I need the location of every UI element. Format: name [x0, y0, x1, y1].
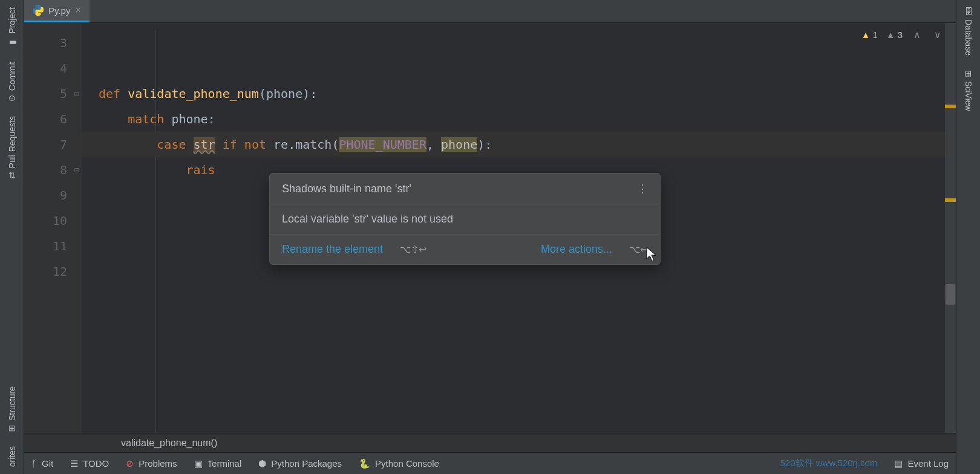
bottom-item-problems[interactable]: ⊘ Problems: [126, 458, 177, 469]
sidebar-label-sciview: SciView: [964, 81, 973, 111]
watermark-text: 520软件 www.520rj.com: [780, 458, 878, 469]
problems-icon: ⊘: [126, 458, 134, 469]
sidebar-item-structure[interactable]: ⊞ Structure: [7, 379, 17, 439]
code-line: def validate_phone_num(phone):: [82, 81, 956, 106]
code-line: [82, 56, 956, 81]
ide-root: ▮ Project ⊙ Commit ⇅ Pull Requests ⊞ Str…: [0, 0, 980, 474]
breadcrumb-bar: validate_phone_num(): [24, 433, 956, 452]
popup-actions: Rename the element ⌥⇧↩ More actions... ⌥…: [270, 234, 660, 264]
fold-icon[interactable]: ⊟: [74, 157, 79, 183]
bottom-item-event-log[interactable]: ▤ Event Log: [894, 458, 949, 469]
pull-request-icon: ⇅: [8, 170, 16, 180]
sidebar-item-sciview[interactable]: ⊞ SciView: [964, 63, 973, 118]
line-number: 10: [24, 208, 82, 233]
main-editor-area: Py.py × 3 4 5⊟ 6 7 8⊟ 9 10 11 12 def: [24, 0, 956, 474]
inspection-next-icon[interactable]: ∨: [932, 29, 944, 41]
python-file-icon: [33, 5, 44, 16]
sidebar-label-structure: Structure: [7, 386, 17, 421]
sidebar-item-pull-requests[interactable]: ⇅ Pull Requests: [7, 109, 17, 186]
database-icon: 🗄: [964, 7, 973, 16]
bottom-label: Python Packages: [271, 458, 342, 469]
right-tool-sidebar: 🗄 Database ⊞ SciView: [956, 0, 980, 474]
sidebar-item-commit[interactable]: ⊙ Commit: [7, 54, 17, 109]
bottom-item-terminal[interactable]: ▣ Terminal: [194, 458, 242, 469]
line-number: 6: [24, 106, 82, 132]
bottom-label: TODO: [83, 458, 109, 469]
python-console-icon: 🐍: [359, 458, 370, 469]
line-number: 7: [24, 132, 82, 157]
packages-icon: ⬢: [258, 458, 266, 469]
weak-warning-icon: ▲: [886, 30, 895, 40]
bottom-item-todo[interactable]: ☰ TODO: [70, 458, 109, 469]
git-branch-icon: ᚶ: [31, 458, 37, 469]
shortcut-hint: ⌥↩: [629, 244, 648, 255]
code-line: [82, 30, 956, 56]
line-number: 5⊟: [24, 81, 82, 106]
tab-filename: Py.py: [48, 5, 70, 16]
commit-icon: ⊙: [8, 93, 16, 103]
bottom-label: Python Console: [375, 458, 439, 469]
bottom-label: Git: [42, 458, 53, 469]
sidebar-item-database[interactable]: 🗄 Database: [964, 0, 973, 63]
bottom-label: Problems: [139, 458, 177, 469]
event-log-icon: ▤: [894, 458, 903, 469]
line-number: 9: [24, 183, 82, 208]
popup-message-row: Shadows built-in name 'str' ⋮: [270, 174, 660, 204]
warning-count[interactable]: ▲ 1: [861, 30, 878, 40]
structure-icon: ⊞: [8, 423, 16, 433]
line-number: 12: [24, 259, 82, 284]
popup-message: Shadows built-in name 'str': [282, 183, 411, 195]
scroll-marker-warning[interactable]: [945, 105, 956, 108]
sidebar-label-database: Database: [964, 19, 973, 56]
bottom-item-git[interactable]: ᚶ Git: [31, 458, 53, 469]
inspection-widget[interactable]: ▲ 1 ▲ 3 ∧ ∨: [861, 29, 944, 41]
bottom-item-packages[interactable]: ⬢ Python Packages: [258, 458, 342, 469]
scroll-marker-warning[interactable]: [945, 198, 956, 202]
sidebar-label-commit: Commit: [7, 62, 17, 91]
line-number: 3: [24, 30, 82, 56]
code-line-highlighted: case str if not re.match(PHONE_NUMBER, p…: [82, 132, 956, 157]
fold-icon[interactable]: ⊟: [74, 81, 79, 106]
line-number: 11: [24, 233, 82, 259]
left-tool-sidebar: ▮ Project ⊙ Commit ⇅ Pull Requests ⊞ Str…: [0, 0, 24, 474]
todo-icon: ☰: [70, 458, 78, 469]
sidebar-label-project: Project: [7, 7, 17, 34]
tab-py-py[interactable]: Py.py ×: [24, 0, 90, 22]
warning-icon: ▲: [861, 30, 871, 40]
line-number: 8⊟: [24, 157, 82, 183]
popup-message: Local variable 'str' value is not used: [282, 213, 453, 226]
inspection-popup: Shadows built-in name 'str' ⋮ Local vari…: [269, 173, 661, 265]
shortcut-hint: ⌥⇧↩: [400, 244, 426, 255]
editor[interactable]: 3 4 5⊟ 6 7 8⊟ 9 10 11 12 def validate_ph…: [24, 23, 956, 433]
sidebar-item-favorites[interactable]: orites: [7, 439, 17, 474]
editor-scrollbar[interactable]: [945, 23, 956, 433]
warning-count-value: 1: [872, 30, 877, 40]
weak-warning-count[interactable]: ▲ 3: [886, 30, 903, 40]
bottom-label: Terminal: [207, 458, 242, 469]
weak-warning-count-value: 3: [898, 30, 903, 40]
scroll-thumb[interactable]: [946, 284, 955, 305]
popup-message-row: Local variable 'str' value is not used: [270, 204, 660, 234]
sidebar-item-project[interactable]: ▮ Project: [7, 0, 17, 54]
rename-element-link[interactable]: Rename the element: [282, 243, 383, 256]
bottom-label: Event Log: [907, 458, 949, 469]
sidebar-label-pull-requests: Pull Requests: [7, 116, 17, 168]
inspection-prev-icon[interactable]: ∧: [911, 29, 923, 41]
close-tab-icon[interactable]: ×: [75, 5, 80, 16]
breadcrumb-item[interactable]: validate_phone_num(): [121, 438, 217, 449]
terminal-icon: ▣: [194, 458, 203, 469]
editor-tabs: Py.py ×: [24, 0, 956, 23]
sciview-icon: ⊞: [964, 70, 973, 77]
bottom-item-console[interactable]: 🐍 Python Console: [359, 458, 439, 469]
popup-more-icon[interactable]: ⋮: [637, 182, 648, 195]
more-actions-link[interactable]: More actions...: [541, 243, 612, 256]
line-number: 4: [24, 56, 82, 81]
bottom-tool-bar: ᚶ Git ☰ TODO ⊘ Problems ▣ Terminal ⬢ Pyt…: [24, 452, 956, 474]
sidebar-label-favorites: orites: [7, 446, 17, 467]
code-line: match phone:: [82, 106, 956, 132]
line-gutter: 3 4 5⊟ 6 7 8⊟ 9 10 11 12: [24, 23, 82, 433]
folder-icon: ▮: [7, 37, 17, 47]
